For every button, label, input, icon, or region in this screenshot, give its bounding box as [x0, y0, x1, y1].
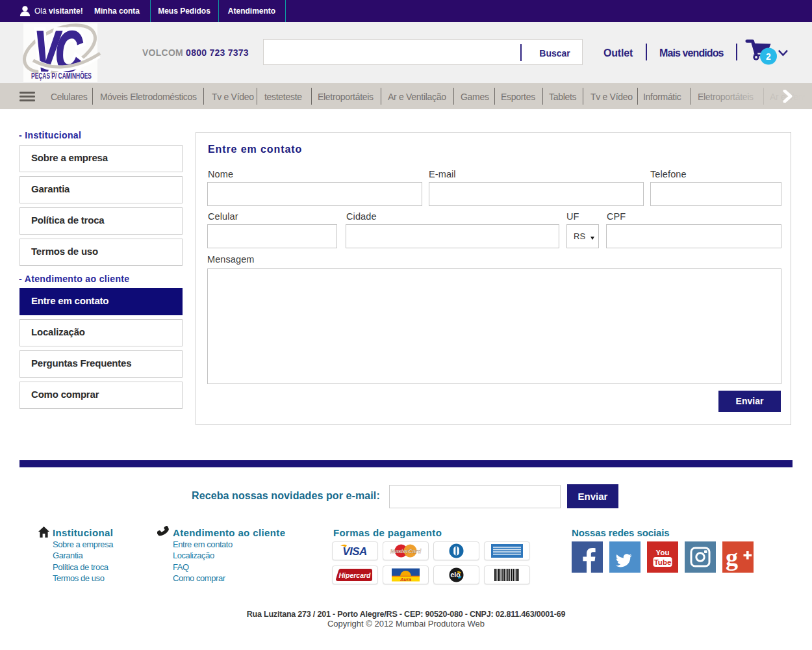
svg-text:You: You: [656, 549, 670, 556]
svg-text:Tube: Tube: [654, 558, 672, 566]
svg-text:VISA: VISA: [342, 545, 367, 558]
svg-text:g: g: [726, 543, 738, 571]
svg-text:PEÇAS P/ CAMINHÕES: PEÇAS P/ CAMINHÕES: [31, 71, 92, 80]
svg-text:Aura: Aura: [400, 577, 411, 582]
svg-text:2: 2: [766, 51, 771, 62]
svg-text:MasterCard: MasterCard: [390, 548, 422, 554]
svg-text:Hipercard: Hipercard: [338, 571, 371, 579]
